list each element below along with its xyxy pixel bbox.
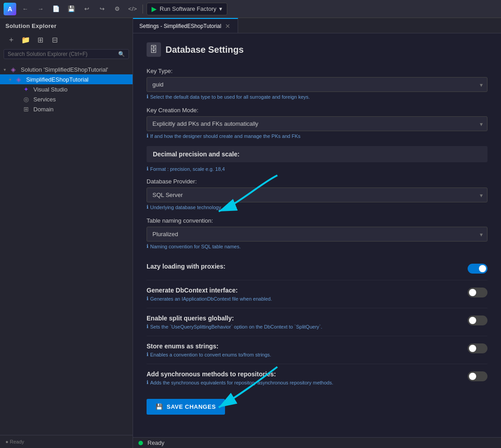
save-changes-button[interactable]: 💾 SAVE CHANGES	[147, 399, 225, 415]
toggle-track-lazy[interactable]	[468, 264, 487, 274]
key-type-select[interactable]: guid int long string	[147, 77, 487, 92]
table-naming-section: Table naming convention: Pluralized Sing…	[147, 217, 487, 249]
sync-methods-toggle[interactable]	[468, 371, 487, 381]
sidebar-status: ● Ready	[5, 439, 24, 444]
db-icon: 🗄	[147, 42, 161, 57]
toggle-split-desc: ℹ Sets the `UseQuerySplittingBehavior` o…	[147, 324, 459, 329]
toggle-track-sync[interactable]	[468, 371, 487, 381]
toggle-sync-label-group: Add synchronous methods to repositories:…	[147, 370, 468, 385]
expand-button[interactable]: ⊞	[34, 34, 46, 46]
info-icon: ℹ	[147, 166, 148, 172]
database-icon: 🗄	[150, 45, 158, 55]
tree-item-services[interactable]: ◎ Services	[0, 94, 133, 104]
toggle-enums: Store enums as strings: ℹ Enables a conv…	[147, 336, 487, 364]
vs-label: Visual Studio	[33, 86, 129, 93]
sidebar-header: Solution Explorer	[0, 18, 133, 32]
project-icon: ◈	[16, 76, 24, 83]
dbcontext-toggle[interactable]	[468, 288, 487, 297]
toggle-sync-label: Add synchronous methods to repositories:	[147, 370, 459, 378]
toggle-split-queries: Enable split queries globally: ℹ Sets th…	[147, 308, 487, 336]
sidebar-bottom: ● Ready	[0, 435, 133, 448]
table-naming-help: ℹ Naming convention for SQL table names.	[147, 243, 487, 249]
toggle-enums-label-group: Store enums as strings: ℹ Enables a conv…	[147, 343, 468, 357]
tree-item-project[interactable]: ▾ ◈ SimplifiedEShopTutorial	[0, 74, 133, 84]
tree-item-visual-studio[interactable]: ✦ Visual Studio	[0, 84, 133, 94]
info-icon: ℹ	[147, 379, 148, 385]
table-naming-wrapper: Pluralized Singular None ▾	[147, 227, 487, 242]
solution-label: Solution 'SimplifiedEShopTutorial'	[21, 66, 129, 73]
tab-settings[interactable]: Settings - SimplifiedEShopTutorial ✕	[133, 18, 238, 33]
add-button[interactable]: ＋	[5, 34, 17, 46]
toggle-thumb-lazy	[479, 265, 486, 272]
tabs-bar: Settings - SimplifiedEShopTutorial ✕	[133, 18, 501, 33]
search-input[interactable]	[8, 51, 118, 57]
save-icon: 💾	[156, 403, 163, 410]
lazy-loading-toggle[interactable]	[468, 264, 487, 274]
key-creation-help: ℹ If and how the designer should create …	[147, 133, 487, 139]
toggle-split-label: Enable split queries globally:	[147, 315, 459, 322]
content-area: Settings - SimplifiedEShopTutorial ✕ 🗄 D…	[133, 18, 501, 448]
toggle-track-split[interactable]	[468, 315, 487, 325]
domain-icon: ⊞	[23, 105, 32, 113]
db-provider-select[interactable]: SQL Server PostgreSQL MySQL SQLite	[147, 187, 487, 202]
table-naming-select[interactable]: Pluralized Singular None	[147, 227, 487, 242]
split-queries-toggle[interactable]	[468, 315, 487, 325]
info-icon: ℹ	[147, 243, 148, 249]
toggle-dbcontext-desc: ℹ Generates an IApplicationDbContext fil…	[147, 296, 459, 302]
scroll-content[interactable]: 🗄 Database Settings Key Type: guid int l…	[133, 33, 501, 437]
page-title-row: 🗄 Database Settings	[147, 42, 487, 57]
forward-button[interactable]: →	[34, 3, 47, 15]
folder-button[interactable]: 📁	[20, 34, 32, 46]
table-naming-label: Table naming convention:	[147, 217, 487, 224]
status-indicator	[138, 441, 143, 445]
toolbar-separator	[142, 5, 143, 14]
services-icon: ◎	[23, 96, 32, 103]
key-creation-label: Key Creation Mode:	[147, 107, 487, 114]
run-factory-label: Run Software Factory	[160, 5, 216, 12]
info-icon: ℹ	[147, 133, 148, 139]
undo-button[interactable]: ↩	[80, 3, 93, 15]
vs-icon: ✦	[23, 86, 32, 93]
run-factory-button[interactable]: ▶ Run Software Factory ▾	[147, 3, 227, 15]
search-icon: 🔍	[118, 51, 125, 57]
decimal-help: ℹ Format : precision, scale e.g. 18,4	[147, 166, 487, 172]
enums-toggle[interactable]	[468, 343, 487, 353]
key-type-label: Key Type:	[147, 68, 487, 74]
toggle-thumb-enums	[469, 345, 476, 352]
code-button[interactable]: </>	[126, 3, 139, 15]
play-icon: ▶	[152, 5, 157, 13]
key-creation-select[interactable]: Explicitly add PKs and FKs automatically…	[147, 116, 487, 131]
save-changes-label: SAVE CHANGES	[167, 403, 216, 410]
toggle-sync-desc: ℹ Adds the synchronous equivalents for r…	[147, 379, 459, 385]
sidebar: Solution Explorer ＋ 📁 ⊞ ⊟ 🔍 ▾ ◈ Solution…	[0, 18, 133, 448]
key-creation-section: Key Creation Mode: Explicitly add PKs an…	[147, 107, 487, 139]
db-provider-label: Database Provider:	[147, 178, 487, 185]
toggle-sync-methods: Add synchronous methods to repositories:…	[147, 364, 487, 392]
services-label: Services	[33, 96, 129, 103]
toggle-track-enums[interactable]	[468, 343, 487, 353]
tab-close-button[interactable]: ✕	[224, 23, 231, 29]
toggle-thumb-dbcontext	[469, 289, 476, 296]
save-file-button[interactable]: 💾	[65, 3, 78, 15]
db-provider-wrapper: SQL Server PostgreSQL MySQL SQLite ▾	[147, 187, 487, 202]
collapse-button[interactable]: ⊟	[49, 34, 60, 46]
info-icon: ℹ	[147, 204, 148, 210]
db-provider-section: Database Provider: SQL Server PostgreSQL…	[147, 178, 487, 210]
toggle-dbcontext-label-group: Generate DbContext interface: ℹ Generate…	[147, 287, 468, 302]
back-button[interactable]: ←	[19, 3, 32, 15]
chevron-icon: ▾	[4, 67, 9, 72]
toggle-track-dbcontext[interactable]	[468, 288, 487, 297]
redo-button[interactable]: ↪	[96, 3, 108, 15]
dropdown-arrow-icon: ▾	[219, 5, 222, 12]
page-title: Database Settings	[165, 45, 244, 55]
decimal-section-header: Decimal precision and scale:	[147, 146, 487, 162]
key-creation-wrapper: Explicitly add PKs and FKs automatically…	[147, 116, 487, 131]
info-icon: ℹ	[147, 296, 148, 302]
tree-item-domain[interactable]: ⊞ Domain	[0, 104, 133, 114]
tree-item-solution[interactable]: ▾ ◈ Solution 'SimplifiedEShopTutorial'	[0, 64, 133, 74]
info-icon: ℹ	[147, 352, 148, 357]
open-file-button[interactable]: 📄	[50, 3, 62, 15]
tab-settings-label: Settings - SimplifiedEShopTutorial	[139, 23, 221, 29]
info-icon: ℹ	[147, 324, 148, 329]
build-button[interactable]: ⚙	[111, 3, 124, 15]
